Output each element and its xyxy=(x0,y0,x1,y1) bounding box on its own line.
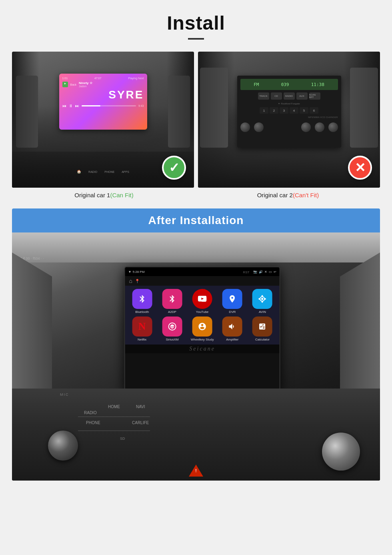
car1-fit-label: (Can Fit) xyxy=(110,192,133,198)
ai-app-grid: Bluetooth A2DP xyxy=(125,286,280,345)
rst-label: RST xyxy=(243,270,250,274)
svg-text:SXM: SXM xyxy=(170,326,175,328)
dash-line-1 xyxy=(78,417,150,417)
car1-caption: Original car 1(Can Fit) xyxy=(12,192,196,198)
app-netflix[interactable]: N Netflix xyxy=(128,317,156,342)
car2-label: Original car 2 xyxy=(257,192,293,198)
app-youtube[interactable]: YouTube xyxy=(188,289,216,314)
netflix-icon: N xyxy=(132,317,152,337)
carlife-label: CARLIFE xyxy=(132,421,149,425)
photo-captions: Original car 1(Can Fit) Original car 2(C… xyxy=(0,192,392,198)
ai-top-bar: 8 if 00 · f504 · · xyxy=(12,232,380,262)
radio-label: RADIO xyxy=(84,411,97,415)
ai-home-bar: ⌂ 📍 xyxy=(125,276,280,286)
dvr-icon xyxy=(222,289,242,309)
wheelkey-icon xyxy=(192,317,212,337)
bluetooth-label: Bluetooth xyxy=(135,310,149,314)
a2dp-label: A2DP xyxy=(168,310,176,314)
a2dp-icon xyxy=(162,289,182,309)
car2-fit-label: (Can't Fit) xyxy=(293,192,319,198)
ai-warning-wrap: ! xyxy=(189,465,203,477)
cant-fit-badge: ✕ xyxy=(348,156,372,180)
app-dvr[interactable]: DVR xyxy=(218,289,246,314)
sd-label: SD xyxy=(120,437,125,441)
siriusxm-icon: SXM xyxy=(162,317,182,337)
youtube-label: YouTube xyxy=(196,310,208,314)
pin-icon: 📍 xyxy=(135,279,140,283)
home-icon[interactable]: ⌂ xyxy=(129,278,132,284)
page-title: Install xyxy=(0,12,392,34)
calculator-icon xyxy=(252,317,272,337)
after-installation-banner: After Installation xyxy=(12,208,380,232)
siriusxm-label: SiriusXM xyxy=(166,338,178,342)
song-title: Ninety ☆ xyxy=(79,81,144,85)
ai-interior: 8 if 00 · f504 · · ▼ 5:28 PM 📷 🔊 xyxy=(12,232,380,481)
app-amplifier[interactable]: Amplifier xyxy=(218,317,246,342)
header: Install xyxy=(0,0,392,52)
status-time: 5:28 PM xyxy=(133,270,145,274)
car2-photo: FM 039 11:38 TRACK CD RADIO AUX SCAN RPT… xyxy=(198,52,380,188)
seicane-brand: Seicane xyxy=(189,346,215,352)
syre-text: SYRE xyxy=(62,88,144,101)
app-calculator[interactable]: Calculator xyxy=(248,317,276,342)
page-wrapper: Install 1:01 47:07 Playing Next xyxy=(0,0,392,489)
car1-image: 1:01 47:07 Playing Next Back Ninety ☆ Ja… xyxy=(12,52,194,188)
navi-label: NAVI xyxy=(136,405,145,409)
car1-photo: 1:01 47:07 Playing Next Back Ninety ☆ Ja… xyxy=(12,52,194,188)
radio-freq2: 039 xyxy=(281,82,289,87)
youtube-icon xyxy=(192,289,212,309)
car2-caption: Original car 2(Can't Fit) xyxy=(196,192,380,198)
avin-label: AVIN xyxy=(259,310,266,314)
ai-bottom-bar: Seicane RST xyxy=(125,345,280,353)
header-divider xyxy=(188,38,204,40)
car2-image: FM 039 11:38 TRACK CD RADIO AUX SCAN RPT… xyxy=(198,52,380,188)
ai-status-bar: ▼ 5:28 PM 📷 🔊 ✕ ▭ ↩ xyxy=(125,267,280,276)
bluetooth-icon xyxy=(132,289,152,309)
can-fit-badge: ✓ xyxy=(162,156,186,180)
app-siriusxm[interactable]: SXM SiriusXM xyxy=(158,317,186,342)
app-a2dp[interactable]: A2DP xyxy=(158,289,186,314)
mic-label: MIC xyxy=(60,393,69,397)
app-bluetooth[interactable]: Bluetooth xyxy=(128,289,156,314)
song-artist: Jadon xyxy=(79,85,144,88)
install-photos: 1:01 47:07 Playing Next Back Ninety ☆ Ja… xyxy=(0,52,392,188)
dvr-label: DVR xyxy=(229,310,236,314)
calculator-label: Calculator xyxy=(255,338,270,342)
radio-time: 11:38 xyxy=(311,82,324,87)
after-installation-title: After Installation xyxy=(12,214,380,227)
dash-line-2 xyxy=(78,431,150,431)
ai-status-left: ▼ 5:28 PM xyxy=(128,270,145,274)
ai-knob-left[interactable] xyxy=(48,431,78,461)
car1-label: Original car 1 xyxy=(74,192,110,198)
wheelkey-label: Wheelkey Study xyxy=(191,338,214,342)
phone-label: PHONE xyxy=(86,421,100,425)
app-wheelkey[interactable]: Wheelkey Study xyxy=(188,317,216,342)
amplifier-icon xyxy=(222,317,242,337)
avin-icon xyxy=(252,289,272,309)
car2-radio: FM 039 11:38 TRACK CD RADIO AUX SCAN RPT… xyxy=(237,76,341,148)
amplifier-label: Amplifier xyxy=(226,338,238,342)
ai-bottom-dash: MIC RADIO HOME NAVI PHONE CARLIFE SD xyxy=(12,389,380,481)
home-label: HOME xyxy=(108,405,120,409)
app-avin[interactable]: AVIN xyxy=(248,289,276,314)
playing-next-label: Playing Next xyxy=(128,77,144,80)
netflix-label: Netflix xyxy=(138,338,146,342)
after-install-photo: 8 if 00 · f504 · · ▼ 5:28 PM 📷 🔊 xyxy=(12,232,380,481)
ai-screen: ▼ 5:28 PM 📷 🔊 ✕ ▭ ↩ ⌂ 📍 xyxy=(124,266,280,391)
ai-knob-right[interactable] xyxy=(322,433,360,471)
car1-screen: 1:01 47:07 Playing Next Back Ninety ☆ Ja… xyxy=(59,74,147,130)
ai-status-right: 📷 🔊 ✕ ▭ ↩ xyxy=(253,270,276,274)
